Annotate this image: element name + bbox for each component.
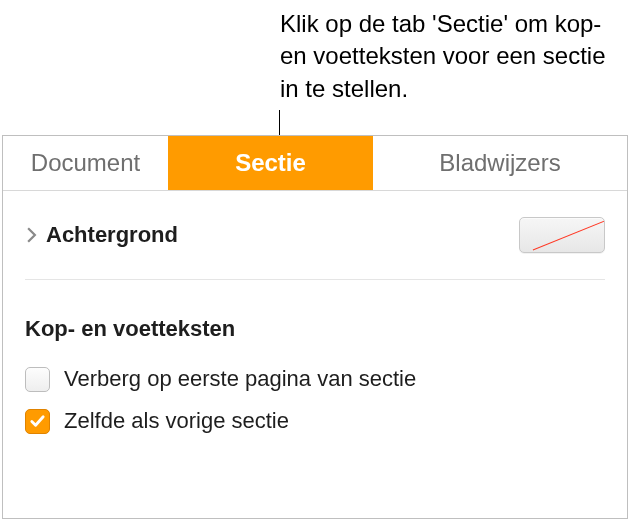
tab-bladwijzers[interactable]: Bladwijzers [373, 136, 627, 190]
same-as-previous-label: Zelfde als vorige sectie [64, 408, 289, 434]
same-as-previous-row: Zelfde als vorige sectie [25, 400, 605, 442]
background-label: Achtergrond [46, 222, 178, 248]
same-as-previous-checkbox[interactable] [25, 409, 50, 434]
chevron-right-icon[interactable] [25, 226, 38, 244]
background-row: Achtergrond [25, 191, 605, 280]
tab-document[interactable]: Document [3, 136, 168, 190]
hide-first-page-label: Verberg op eerste pagina van sectie [64, 366, 416, 392]
tab-bar: Document Sectie Bladwijzers [3, 136, 627, 191]
section-body: Achtergrond Kop- en voetteksten Verberg … [3, 191, 627, 442]
hide-first-page-row: Verberg op eerste pagina van sectie [25, 358, 605, 400]
inspector-panel: Document Sectie Bladwijzers Achtergrond … [2, 135, 628, 519]
hide-first-page-checkbox[interactable] [25, 367, 50, 392]
callout-text: Klik op de tab 'Sectie' om kop- en voett… [280, 8, 625, 105]
headers-footers-heading: Kop- en voetteksten [25, 280, 605, 358]
tab-sectie[interactable]: Sectie [168, 136, 373, 190]
background-color-well[interactable] [519, 217, 605, 253]
